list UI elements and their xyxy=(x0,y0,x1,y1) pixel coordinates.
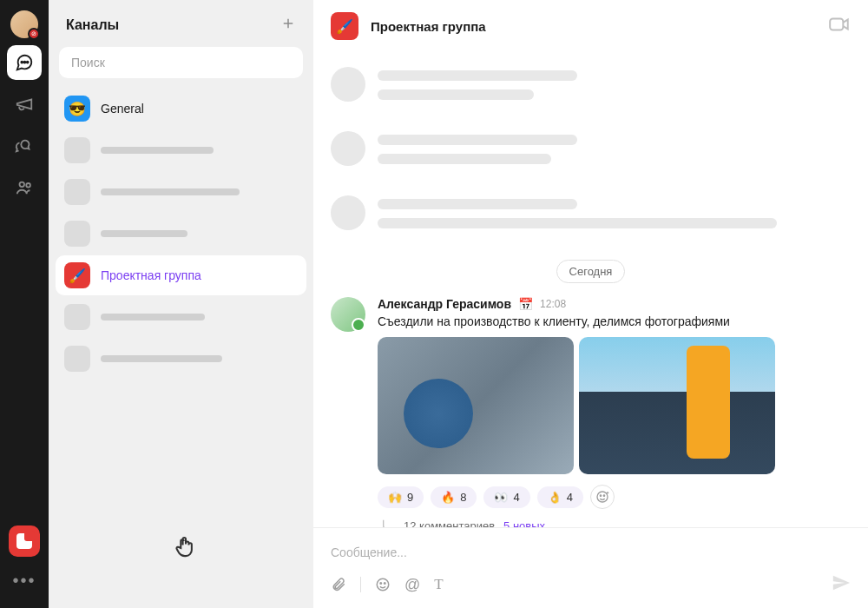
channel-list: 😎 General 🖌️ Проектная группа xyxy=(49,89,313,608)
svg-point-8 xyxy=(603,495,604,496)
attach-button[interactable] xyxy=(331,577,346,592)
channel-item-skeleton xyxy=(56,339,306,379)
channel-item-project[interactable]: 🖌️ Проектная группа xyxy=(56,255,306,295)
message-attachments xyxy=(378,337,851,474)
message-skeleton xyxy=(331,67,851,109)
attachment-image[interactable] xyxy=(579,337,775,474)
reactions-bar: 🙌 9 🔥 8 👀 4 👌 4 xyxy=(378,485,851,509)
message-author[interactable]: Александр Герасимов xyxy=(378,297,511,311)
search-input[interactable] xyxy=(59,47,303,78)
user-avatar[interactable]: ⊘ xyxy=(10,10,38,38)
app-switcher[interactable] xyxy=(9,525,40,557)
comments-count: 12 комментариев xyxy=(404,519,495,527)
channels-title: Каналы xyxy=(66,17,119,33)
reaction-pill[interactable]: 🔥 8 xyxy=(431,486,477,508)
channel-item-skeleton xyxy=(56,214,306,254)
add-channel-button[interactable] xyxy=(280,16,296,35)
format-button[interactable]: T xyxy=(434,576,443,593)
channel-name: General xyxy=(101,102,144,116)
chat-avatar: 🖌️ xyxy=(331,12,358,40)
more-menu[interactable]: ••• xyxy=(5,564,43,598)
send-button[interactable] xyxy=(832,573,851,596)
composer-input[interactable] xyxy=(331,540,851,565)
svg-point-9 xyxy=(377,578,389,591)
reaction-pill[interactable]: 👌 4 xyxy=(537,486,583,508)
new-comments-count: 5 новых xyxy=(503,519,545,527)
nav-messages[interactable] xyxy=(7,45,42,80)
svg-point-2 xyxy=(27,62,29,63)
messages-list: Сегодня Александр Герасимов 📅 12:08 Съез… xyxy=(313,53,868,527)
thread-icon xyxy=(381,518,395,527)
message-skeleton xyxy=(331,195,851,237)
nav-announcements[interactable] xyxy=(7,87,42,122)
svg-point-4 xyxy=(26,183,30,188)
channel-name: Проектная группа xyxy=(101,268,201,282)
channel-item-skeleton xyxy=(56,130,306,170)
attachment-image[interactable] xyxy=(378,337,574,474)
reaction-pill[interactable]: 🙌 9 xyxy=(378,486,424,508)
svg-point-3 xyxy=(20,182,25,188)
channel-item-general[interactable]: 😎 General xyxy=(56,89,306,129)
nav-rail: ⊘ ••• xyxy=(0,0,49,608)
chat-title: Проектная группа xyxy=(371,19,486,34)
svg-point-1 xyxy=(24,62,26,63)
video-call-button[interactable] xyxy=(828,13,851,39)
reaction-pill[interactable]: 👀 4 xyxy=(483,486,529,508)
message-time: 12:08 xyxy=(540,298,566,310)
add-reaction-button[interactable] xyxy=(590,485,615,509)
message-composer: @ T xyxy=(313,527,868,608)
date-divider: Сегодня xyxy=(331,260,851,283)
message-skeleton xyxy=(331,131,851,173)
mention-button[interactable]: @ xyxy=(404,576,420,594)
channel-avatar: 😎 xyxy=(64,96,90,122)
dnd-badge: ⊘ xyxy=(28,28,40,40)
channel-item-skeleton xyxy=(56,297,306,337)
channels-sidebar: Каналы 😎 General 🖌️ Проектная группа xyxy=(49,0,313,608)
nav-people[interactable] xyxy=(7,170,42,205)
message-text: Съездили на производство к клиенту, дели… xyxy=(378,314,851,328)
chat-area: 🖌️ Проектная группа xyxy=(313,0,868,608)
nav-discussions[interactable] xyxy=(7,129,42,163)
comments-summary[interactable]: 12 комментариев 5 новых xyxy=(378,518,851,527)
svg-point-7 xyxy=(600,495,601,496)
chat-header: 🖌️ Проектная группа xyxy=(313,0,868,53)
calendar-icon: 📅 xyxy=(518,297,533,311)
channel-item-skeleton xyxy=(56,172,306,212)
svg-point-11 xyxy=(385,583,386,585)
svg-rect-5 xyxy=(830,19,843,30)
message: Александр Герасимов 📅 12:08 Съездили на … xyxy=(331,297,851,527)
channel-avatar: 🖌️ xyxy=(64,262,90,288)
svg-point-0 xyxy=(21,62,23,63)
emoji-button[interactable] xyxy=(375,577,391,592)
svg-point-6 xyxy=(597,492,608,502)
svg-point-10 xyxy=(380,583,382,585)
message-avatar[interactable] xyxy=(331,297,365,332)
